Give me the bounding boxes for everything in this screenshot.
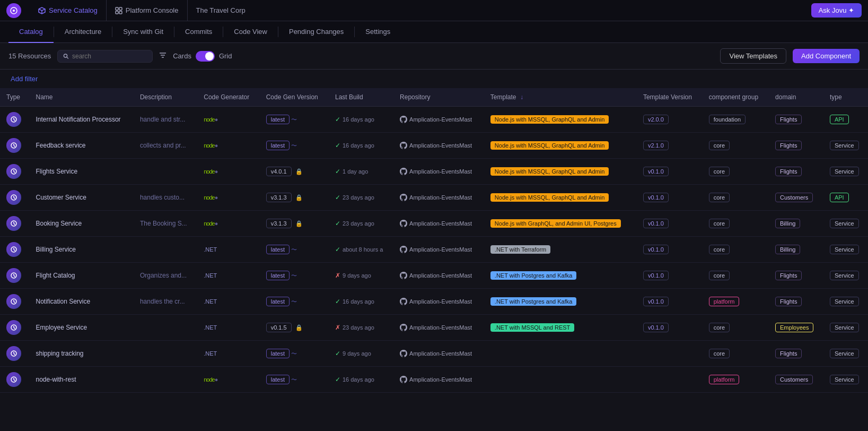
code-gen-badge: latest [266,375,290,384]
group-badge: core [709,323,730,332]
add-component-button[interactable]: Add Component [793,49,860,63]
cell-type-col: Service [823,341,868,367]
tab-architecture[interactable]: Architecture [54,21,112,43]
cell-name[interactable]: Feedback service [29,133,133,159]
cell-repository[interactable]: Amplication-EventsMast [393,211,484,237]
build-time: about 8 hours a [343,246,383,253]
type-badge: API [830,115,849,124]
cell-name[interactable]: Employee Service [29,315,133,341]
repo-link[interactable]: Amplication-EventsMast [400,168,478,175]
dotnet-label: .NET [204,246,217,253]
type-icon [6,190,21,205]
cell-template [484,367,637,393]
repo-link[interactable]: Amplication-EventsMast [400,246,478,253]
dotnet-label: .NET [204,298,217,305]
repo-link[interactable]: Amplication-EventsMast [400,272,478,279]
cell-component-group: core [703,185,769,211]
cell-code-generator: .NET [197,237,259,263]
nav-platform-console[interactable]: Platform Console [107,0,188,21]
repo-name: Amplication-EventsMast [409,142,472,149]
cell-name[interactable]: Flights Service [29,159,133,185]
repo-link[interactable]: Amplication-EventsMast [400,298,478,305]
cell-repository[interactable]: Amplication-EventsMast [393,289,484,315]
github-icon [400,350,407,357]
cell-type [0,289,29,315]
cell-name[interactable]: node-with-rest [29,367,133,393]
repo-link[interactable]: Amplication-EventsMast [400,376,478,383]
cell-code-gen-version: latest 〜 [260,263,329,289]
service-table: Type Name Description Code Generator Cod… [0,88,868,393]
table-row: shipping tracking.NETlatest 〜 ✓ 9 days a… [0,341,868,367]
github-icon [400,116,407,123]
cell-repository[interactable]: Amplication-EventsMast [393,367,484,393]
code-gen-badge: latest [266,271,290,280]
build-time: 23 days ago [343,324,374,331]
cell-domain: Employees [769,315,823,341]
filter-button[interactable] [159,51,166,61]
tab-settings[interactable]: Settings [355,21,401,43]
nav-service-catalog[interactable]: Service Catalog [30,0,107,21]
build-ok-icon: ✓ [335,350,340,357]
cell-component-group: core [703,315,769,341]
cell-repository[interactable]: Amplication-EventsMast [393,237,484,263]
version-badge: v2.1.0 [643,141,669,150]
cell-type [0,159,29,185]
cell-template-version: v0.1.0 [637,289,703,315]
tab-catalog[interactable]: Catalog [8,21,54,43]
col-type: Type [0,88,29,107]
version-badge: v0.1.0 [643,193,669,202]
cell-component-group: foundation [703,107,769,133]
table-row: Flights Servicenode●v4.0.1 🔒 ✓ 1 day ago… [0,159,868,185]
repo-link[interactable]: Amplication-EventsMast [400,194,478,201]
type-badge: API [830,193,849,202]
cell-repository[interactable]: Amplication-EventsMast [393,315,484,341]
cell-repository[interactable]: Amplication-EventsMast [393,107,484,133]
search-box[interactable] [57,50,153,63]
tab-sync-with-git[interactable]: Sync with Git [112,21,174,43]
cell-last-build: ✓ 23 days ago [329,185,393,211]
code-gen-badge: latest [266,349,290,358]
cell-domain: Flights [769,133,823,159]
tab-pending-changes[interactable]: Pending Changes [278,21,354,43]
cell-name[interactable]: shipping tracking [29,341,133,367]
tab-commits[interactable]: Commits [174,21,223,43]
repo-name: Amplication-EventsMast [409,220,472,227]
cell-repository[interactable]: Amplication-EventsMast [393,133,484,159]
cell-name[interactable]: Customer Service [29,185,133,211]
cell-code-generator: .NET [197,341,259,367]
repo-link[interactable]: Amplication-EventsMast [400,220,478,227]
cell-domain: Flights [769,107,823,133]
repo-link[interactable]: Amplication-EventsMast [400,350,478,357]
tab-code-view[interactable]: Code View [223,21,278,43]
cell-repository[interactable]: Amplication-EventsMast [393,159,484,185]
version-badge: v0.1.0 [643,323,669,332]
cell-name[interactable]: Billing Service [29,237,133,263]
cell-component-group: core [703,211,769,237]
repo-link[interactable]: Amplication-EventsMast [400,324,478,331]
cell-name[interactable]: Flight Catalog [29,263,133,289]
ask-jovu-button[interactable]: Ask Jovu ✦ [811,3,862,18]
repo-link[interactable]: Amplication-EventsMast [400,142,478,149]
logo[interactable] [6,3,21,18]
cell-last-build: ✓ 16 days ago [329,107,393,133]
view-toggle-switch[interactable] [196,51,215,62]
cell-repository[interactable]: Amplication-EventsMast [393,263,484,289]
repo-name: Amplication-EventsMast [409,168,472,175]
cell-repository[interactable]: Amplication-EventsMast [393,341,484,367]
view-templates-button[interactable]: View Templates [720,48,786,64]
repo-link[interactable]: Amplication-EventsMast [400,116,478,123]
cell-name[interactable]: Notification Service [29,289,133,315]
search-input[interactable] [72,53,147,60]
group-badge: core [709,193,730,202]
cell-name[interactable]: Booking Service [29,211,133,237]
repo-name: Amplication-EventsMast [409,324,472,331]
cell-template-version: v2.1.0 [637,133,703,159]
table-row: Notification Servicehandles the cr....NE… [0,289,868,315]
cell-repository[interactable]: Amplication-EventsMast [393,185,484,211]
cell-name[interactable]: Internal Notification Processor [29,107,133,133]
filter-hint[interactable]: Add filter [0,70,868,88]
build-status: ✓ 9 days ago [335,350,387,357]
cell-type [0,107,29,133]
cell-description: handle and str... [134,107,197,133]
svg-point-1 [13,10,15,12]
